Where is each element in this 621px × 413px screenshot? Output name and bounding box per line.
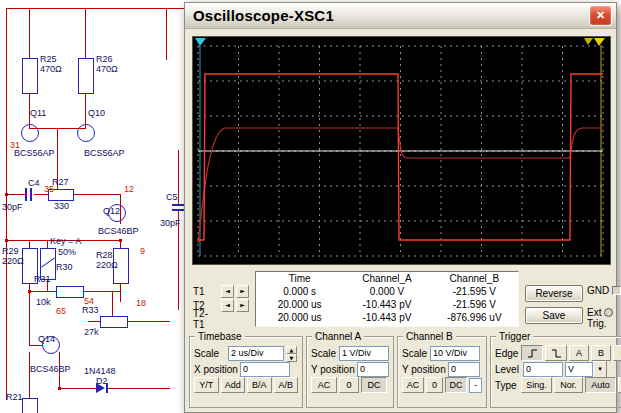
channel-b-ac-button[interactable]: AC xyxy=(402,377,424,393)
trigger-group: Trigger Edge A B Ext Level 0 V ▾ Type Si… xyxy=(490,336,621,408)
control-panel: Timebase Scale 2 us/Div ▲ ▼ X position 0… xyxy=(189,336,612,408)
resistor-symbol-r33[interactable] xyxy=(100,316,128,328)
transistor-symbol-q11[interactable] xyxy=(21,124,39,142)
wire xyxy=(29,8,30,58)
spin-up-icon[interactable]: ▲ xyxy=(286,346,297,354)
falling-edge-button[interactable] xyxy=(545,345,567,361)
schematic-label: Q14 xyxy=(38,334,55,344)
wire xyxy=(72,194,120,195)
resistor-symbol-r31[interactable] xyxy=(56,286,84,298)
window-titlebar[interactable]: Oscilloscope-XSC1 ✕ xyxy=(185,3,616,29)
wire xyxy=(47,240,48,248)
junction-dot xyxy=(5,239,8,242)
t2-left-arrow-button[interactable]: ◄ xyxy=(221,299,234,312)
t1-left-arrow-button[interactable]: ◄ xyxy=(221,285,234,298)
trigger-level-unit-combo[interactable]: V ▾ xyxy=(565,361,607,378)
capacitor-symbol-c4[interactable] xyxy=(30,188,32,201)
transistor-symbol-q10[interactable] xyxy=(77,124,95,142)
add-mode-button[interactable]: Add xyxy=(221,377,246,393)
wire xyxy=(85,8,86,58)
t1-label: T1 xyxy=(193,286,219,297)
resistor-symbol-r21[interactable] xyxy=(22,398,38,413)
channel-b-group: Channel B Scale 10 V/Div Y position 0 AC… xyxy=(397,336,487,408)
window-title: Oscilloscope-XSC1 xyxy=(193,7,334,24)
schematic-label: 18 xyxy=(136,298,146,308)
channel-a-title: Channel A xyxy=(312,331,364,342)
channel-a-scale-field[interactable]: 1 V/Div xyxy=(339,346,389,361)
save-button[interactable]: Save xyxy=(525,307,583,324)
t2t1-channel-b-value: -876.996 uV xyxy=(431,312,518,323)
channel-b-dc-button[interactable]: DC xyxy=(445,377,467,393)
trigger-source-a-button[interactable]: A xyxy=(569,345,589,361)
falling-edge-icon xyxy=(551,349,562,358)
schematic-label: 220Ω xyxy=(96,260,118,270)
trigger-title: Trigger xyxy=(496,331,533,342)
schematic-label: 65 xyxy=(56,306,66,316)
schematic-label: Key = A xyxy=(50,236,81,246)
schematic-label: R21 xyxy=(6,392,23,402)
trigger-type-sing-button[interactable]: Sing. xyxy=(521,377,552,393)
channel-a-ypos-field[interactable]: 0 xyxy=(357,362,389,377)
junction-dot xyxy=(119,239,122,242)
reverse-button[interactable]: Reverse xyxy=(525,285,583,302)
rising-edge-button[interactable] xyxy=(521,345,543,361)
schematic-label: R25 xyxy=(40,54,57,64)
channel-b-scale-field[interactable]: 10 V/Div xyxy=(430,346,480,361)
schematic-label: C4 xyxy=(28,178,40,188)
channel-b-title: Channel B xyxy=(403,331,456,342)
schematic-label: R27 xyxy=(52,177,69,187)
t2t1-time-value: 20.000 us xyxy=(256,312,343,323)
t1-channel-b-value: -21.595 V xyxy=(431,286,518,297)
trigger-type-nor-button[interactable]: Nor. xyxy=(554,377,583,393)
t2-right-arrow-button[interactable]: ► xyxy=(236,299,249,312)
channel-a-zero-button[interactable]: 0 xyxy=(339,377,359,393)
t2t1-label: T2-T1 xyxy=(193,308,219,330)
oscilloscope-window: Oscilloscope-XSC1 ✕ T1 ◄ ► T2 ◄ xyxy=(184,2,617,413)
schematic-label: 54 xyxy=(84,296,94,306)
t1-time-value: 0.000 s xyxy=(256,286,343,297)
spin-down-icon[interactable]: ▼ xyxy=(286,354,297,362)
schematic-label: D2 xyxy=(96,376,108,386)
capacitor-symbol-c4[interactable] xyxy=(25,188,27,201)
ba-mode-button[interactable]: B/A xyxy=(247,377,272,393)
timebase-xpos-field[interactable]: 0 xyxy=(240,362,290,377)
cursor-controls: T1 ◄ ► T2 ◄ ► T2-T1 xyxy=(193,271,255,327)
t2-time-value: 20.000 us xyxy=(256,299,343,310)
trigger-source-b-button[interactable]: B xyxy=(591,345,611,361)
trigger-level-marker[interactable] xyxy=(584,38,593,45)
cursor-2-marker[interactable] xyxy=(594,38,605,46)
wire xyxy=(126,321,170,322)
channel-b-ypos-label: Y position xyxy=(402,364,446,375)
schematic-label: 30pF xyxy=(160,218,181,228)
timebase-scale-field[interactable]: 2 us/Div xyxy=(228,346,284,361)
cursor-1-marker[interactable] xyxy=(195,38,206,46)
close-button[interactable]: ✕ xyxy=(589,5,612,26)
schematic-label: R26 xyxy=(96,54,113,64)
cursor-diff-row: T2-T1 xyxy=(193,312,255,326)
chevron-down-icon[interactable]: ▾ xyxy=(593,361,607,378)
channel-a-dc-button[interactable]: DC xyxy=(361,377,387,393)
rising-edge-icon xyxy=(527,349,538,358)
gnd-label: GND xyxy=(587,285,609,296)
wire xyxy=(29,291,56,292)
t1-right-arrow-button[interactable]: ► xyxy=(236,285,249,298)
t2t1-channel-a-value: -10.443 pV xyxy=(343,312,430,323)
schematic-label: 30pF xyxy=(2,202,23,212)
schematic-label: 50% xyxy=(58,247,76,257)
close-icon: ✕ xyxy=(596,9,605,22)
schematic-label: 1N4148 xyxy=(84,366,116,376)
channel-b-ypos-field[interactable]: 0 xyxy=(448,362,480,377)
trigger-source-ext-button[interactable]: Ext xyxy=(613,345,621,361)
yt-mode-button[interactable]: Y/T xyxy=(194,377,219,393)
schematic-label: R31 xyxy=(34,274,51,284)
schematic-label: BCS46BP xyxy=(98,226,139,236)
channel-a-ac-button[interactable]: AC xyxy=(311,377,337,393)
schematic-label: 470Ω xyxy=(96,64,118,74)
trigger-type-auto-button[interactable]: Auto xyxy=(585,377,616,393)
channel-b-minus-button[interactable]: - xyxy=(469,378,482,393)
ab-mode-button[interactable]: A/B xyxy=(274,377,299,393)
channel-b-zero-button[interactable]: 0 xyxy=(426,377,443,393)
resistor-symbol-r26[interactable] xyxy=(78,58,94,94)
resistor-symbol-r25[interactable] xyxy=(22,58,38,94)
trigger-level-field[interactable]: 0 xyxy=(523,362,563,377)
